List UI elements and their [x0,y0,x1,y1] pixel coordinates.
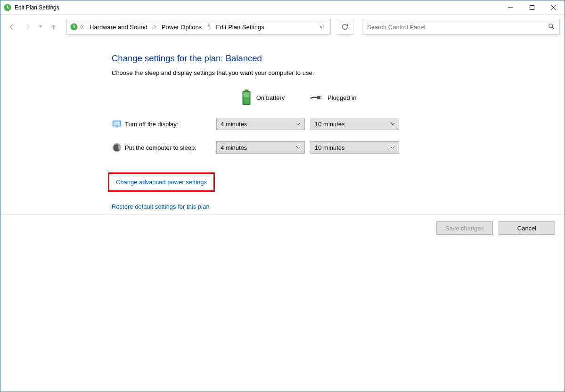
svg-line-7 [552,27,554,29]
display-battery-dropdown[interactable]: 4 minutes [216,118,305,130]
chevron-down-icon [296,146,301,149]
recent-locations-button[interactable] [37,25,44,28]
search-input[interactable] [367,24,548,31]
sleep-battery-dropdown[interactable]: 4 minutes [216,141,305,154]
breadcrumb-power-options[interactable]: Power Options [159,22,205,33]
address-bar[interactable]: Hardware and Sound Power Options Edit Pl… [66,19,331,35]
close-button[interactable] [543,0,565,14]
title-bar: Edit Plan Settings [0,0,565,15]
footer-bar: Save changes Cancel [0,214,565,241]
display-label: Turn off the display: [125,121,216,128]
sleep-label: Put the computer to sleep: [125,144,216,151]
display-battery-value: 4 minutes [221,121,296,128]
svg-rect-11 [243,92,249,97]
back-button[interactable] [5,20,18,33]
column-on-battery: On battery [216,90,310,106]
chevron-right-icon[interactable] [152,24,157,29]
sleep-plugged-dropdown[interactable]: 10 minutes [311,141,399,154]
search-icon[interactable] [548,23,555,31]
maximize-button[interactable] [521,0,543,14]
battery-icon [241,90,252,106]
svg-rect-8 [244,90,248,91]
history-chevron[interactable] [80,24,85,29]
moon-icon [112,142,122,153]
highlight-box: Change advanced power settings [108,172,215,192]
up-button[interactable] [47,20,60,33]
restore-defaults-link[interactable]: Restore default settings for this plan [112,203,209,210]
search-box[interactable] [362,19,560,35]
display-icon [112,119,122,129]
display-plugged-dropdown[interactable]: 10 minutes [311,118,399,130]
sleep-battery-value: 4 minutes [221,144,296,151]
navigation-bar: Hardware and Sound Power Options Edit Pl… [0,15,565,39]
cancel-button[interactable]: Cancel [499,221,555,235]
chevron-down-icon [296,122,301,125]
window-title: Edit Plan Settings [15,4,499,11]
svg-point-6 [549,24,553,27]
minimize-button[interactable] [499,0,521,14]
chevron-down-icon [390,122,395,125]
page-subtext: Choose the sleep and display settings th… [112,69,565,76]
on-battery-label: On battery [256,94,285,101]
page-heading: Change settings for the plan: Balanced [112,53,565,64]
svg-rect-2 [530,5,534,9]
row-sleep: Put the computer to sleep: 4 minutes 10 … [112,141,565,154]
row-turn-off-display: Turn off the display: 4 minutes 10 minut… [112,118,565,130]
breadcrumb-edit-plan[interactable]: Edit Plan Settings [213,22,267,33]
plugged-in-label: Plugged in [328,94,356,101]
advanced-settings-link[interactable]: Change advanced power settings [116,179,207,186]
forward-button[interactable] [21,20,34,33]
display-plugged-value: 10 minutes [315,121,390,128]
breadcrumb-hardware-sound[interactable]: Hardware and Sound [87,22,150,33]
power-options-icon [3,3,12,12]
chevron-right-icon[interactable] [206,24,211,29]
power-options-icon [70,23,78,31]
address-dropdown[interactable] [316,25,328,28]
save-button[interactable]: Save changes [436,221,493,235]
svg-rect-16 [114,122,121,126]
content-area: Change settings for the plan: Balanced C… [0,39,565,210]
column-plugged-in: Plugged in [310,90,403,106]
chevron-down-icon [390,146,395,149]
plug-icon [310,93,323,102]
refresh-button[interactable] [336,19,353,35]
svg-rect-12 [317,96,320,99]
svg-rect-17 [115,127,118,128]
sleep-plugged-value: 10 minutes [315,144,390,151]
